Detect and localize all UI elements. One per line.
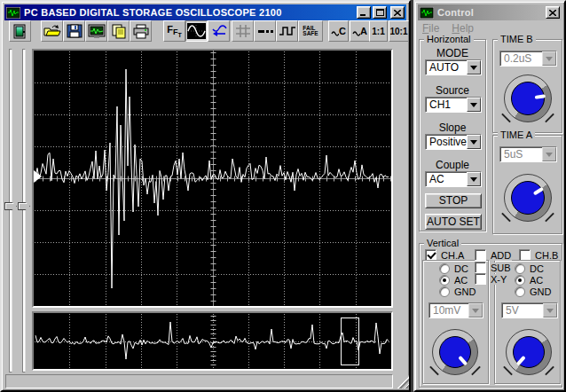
calibrate-c-button[interactable]: C [328,20,349,42]
chb-gnd-radio[interactable] [515,286,525,297]
knob-pointer [458,356,468,366]
probe-10to1-button[interactable]: 10:1 [389,20,409,42]
cha-dc-radio[interactable] [439,263,450,274]
chevron-down-icon [470,66,477,74]
save-button[interactable] [63,20,85,42]
cha-position-slider-track[interactable] [9,49,12,372]
time-a-group-label: TIME A [498,129,535,140]
time-b-knob[interactable] [503,74,553,123]
probe-1to1-label: 1:1 [372,27,384,36]
failsafe-label: FAIL SAFE [303,26,318,37]
time-a-select[interactable]: 5uS [499,146,557,162]
xy-label: X-Y [490,274,507,285]
chb-dc-radio[interactable] [515,263,525,274]
control-close-button[interactable] [546,6,560,19]
recall-wave-arrow-icon [210,24,228,38]
resize-grip[interactable] [396,375,409,388]
display-button[interactable] [85,20,107,42]
add-checkbox[interactable] [475,249,486,261]
couple-select[interactable]: AC [425,171,482,187]
control-window: Control File Help Horizontal MODE AUTO S… [413,0,566,392]
calibrate-a-label: A [360,26,367,36]
main-titlebar[interactable]: PC BASED DIGITAL STORAGE OSCILLOSCOPE 21… [4,4,406,20]
copy-button[interactable] [107,20,130,42]
cha-label: CH.A [440,250,465,261]
source-select[interactable]: CH1 [425,97,482,113]
copy-pages-icon [111,24,127,39]
fft-button[interactable]: F F T [163,20,185,42]
xy-checkbox[interactable] [475,273,486,285]
dropdown-button[interactable] [467,98,481,112]
slope-label: Slope [420,122,485,134]
chb-gnd-row: GND [515,286,552,297]
square-wave-button[interactable] [276,20,298,42]
grid-toggle-button[interactable] [232,20,254,42]
sub-row: SUB [475,262,512,273]
control-window-title: Control [437,7,474,18]
time-a-knob[interactable] [503,173,553,223]
menu-file[interactable]: File [422,22,439,35]
cha-gnd-radio[interactable] [439,286,450,297]
chb-gain-knob[interactable] [505,328,553,376]
print-button[interactable] [130,20,152,42]
time-b-group-label: TIME B [498,34,536,44]
overview-scope-display[interactable] [32,311,393,371]
waveform-mode-button[interactable] [185,20,208,42]
dropdown-button [542,147,556,161]
maximize-button[interactable] [373,6,387,19]
printer-icon [132,24,150,39]
exit-button[interactable] [9,20,31,42]
cha-gnd-row: GND [439,286,476,297]
time-a-group: TIME A 5uS [492,135,562,234]
calibrate-a-button[interactable]: A [350,20,370,42]
main-scope-canvas [34,51,391,306]
desktop: PC BASED DIGITAL STORAGE OSCILLOSCOPE 21… [0,0,566,392]
dropdown-button [543,303,557,318]
cha-gnd-label: GND [453,286,476,297]
cha-range-select[interactable]: 10mV [428,302,483,318]
dropdown-button[interactable] [467,60,481,74]
vertical-group: Vertical CH.A ADD CH.B SUB X-Y [419,243,562,388]
dropdown-button[interactable] [467,135,481,149]
fft-label: F F T [167,24,182,38]
stop-button[interactable]: STOP [425,193,482,208]
exit-door-icon [12,24,28,39]
time-b-select[interactable]: 0.2uS [499,51,557,67]
probe-1to1-button[interactable]: 1:1 [369,20,388,42]
open-button[interactable] [41,20,63,42]
close-button[interactable] [390,6,405,19]
minimize-button[interactable] [357,6,371,19]
chevron-down-icon [470,140,477,148]
auto-set-button[interactable]: AUTO SET [425,214,482,230]
sub-checkbox[interactable] [475,262,486,273]
main-scope-display[interactable] [32,49,393,308]
dropdown-button[interactable] [467,172,481,186]
cha-ac-radio[interactable] [439,275,450,286]
vertical-group-label: Vertical [424,238,461,248]
control-titlebar[interactable]: Control [418,4,562,20]
tilde-wave-icon [331,30,339,36]
slope-select[interactable]: Positive [425,134,482,150]
chevron-down-icon [546,309,554,317]
failsafe-button[interactable]: FAIL SAFE [298,20,323,42]
dropdown-button [542,51,556,66]
calibrate-c-label: C [339,26,346,36]
chevron-down-icon [470,177,477,185]
chb-dc-row: DC [515,263,545,274]
chb-ac-radio[interactable] [515,275,525,286]
time-b-group: TIME B 0.2uS [492,39,562,133]
knob-pointer [516,356,526,366]
square-wave-icon [279,24,296,38]
mode-select[interactable]: AUTO [425,59,482,75]
menu-help[interactable]: Help [452,22,474,35]
cha-position-slider-thumb[interactable] [4,202,17,210]
recall-button[interactable] [208,20,230,42]
scope-display-icon [88,24,106,39]
chb-position-slider-thumb[interactable] [18,202,30,210]
cha-gain-knob[interactable] [431,328,479,376]
chb-position-slider-track[interactable] [22,49,26,372]
chb-range-select[interactable]: 5V [501,302,558,318]
dotted-line-button[interactable] [254,20,276,42]
knob-pointer [535,94,546,99]
save-floppy-icon [67,24,83,38]
